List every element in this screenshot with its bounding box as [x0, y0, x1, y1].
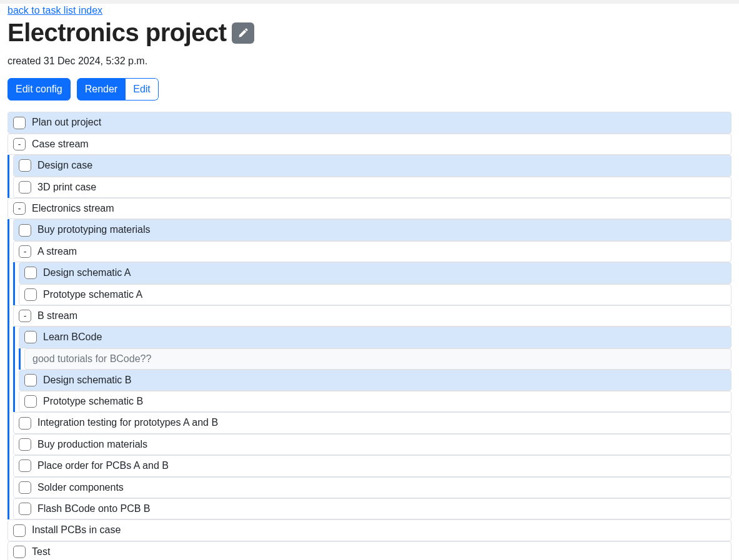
task-row: A stream	[13, 241, 732, 262]
note-text: good tutorials for BCode??	[30, 353, 151, 365]
task-item: Buy prototyping materials	[13, 219, 732, 240]
task-checkbox[interactable]	[19, 224, 31, 237]
task-row: Prototype schematic A	[19, 284, 732, 305]
task-item: Learn BCodegood tutorials for BCode??	[19, 327, 732, 369]
view-mode-toggle: Render Edit	[77, 78, 159, 101]
task-checkbox[interactable]	[13, 117, 26, 129]
task-row: Learn BCode	[19, 327, 732, 348]
task-label: Prototype schematic A	[43, 288, 142, 302]
edit-tab[interactable]: Edit	[126, 78, 159, 101]
task-checkbox[interactable]	[19, 459, 31, 472]
task-row: Solder components	[13, 477, 732, 498]
stream-item: B streamLearn BCodegood tutorials for BC…	[13, 305, 732, 413]
task-row: Test	[7, 541, 732, 560]
stream-item: Case streamDesign case3D print case	[7, 134, 732, 198]
task-label: Solder components	[37, 481, 124, 494]
task-label: Test	[32, 545, 50, 559]
task-row: Prototype schematic B	[19, 391, 732, 412]
stream-item: A streamDesign schematic APrototype sche…	[13, 241, 732, 305]
task-item: Design schematic B	[19, 370, 732, 391]
task-item: Flash BCode onto PCB B	[13, 498, 732, 519]
back-link[interactable]: back to task list index	[7, 5, 102, 16]
task-row: Install PCBs in case	[7, 519, 732, 541]
task-row: Case stream	[7, 134, 732, 155]
task-item: Integration testing for prototypes A and…	[13, 412, 732, 433]
task-checkbox[interactable]	[24, 288, 37, 301]
task-label: Design schematic A	[43, 266, 131, 280]
task-label: Case stream	[32, 137, 89, 151]
note-item: good tutorials for BCode??	[24, 348, 732, 370]
task-label: B stream	[37, 309, 77, 323]
task-row: Integration testing for prototypes A and…	[13, 412, 732, 433]
task-item: Test	[7, 541, 732, 560]
task-label: Integration testing for prototypes A and…	[37, 416, 218, 430]
task-item: Solder components	[13, 477, 732, 498]
task-row: Plan out project	[7, 112, 732, 133]
task-label: Flash BCode onto PCB B	[37, 502, 151, 516]
task-label: Buy prototyping materials	[37, 223, 151, 237]
task-label: Design case	[37, 159, 92, 172]
collapse-toggle[interactable]	[19, 245, 31, 258]
task-checkbox[interactable]	[24, 395, 37, 408]
task-row: Design schematic A	[19, 262, 732, 283]
task-checkbox[interactable]	[19, 503, 31, 515]
render-tab[interactable]: Render	[77, 78, 126, 101]
created-timestamp: created 31 Dec 2024, 5:32 p.m.	[7, 56, 732, 67]
task-checkbox[interactable]	[19, 181, 31, 194]
task-row: Flash BCode onto PCB B	[13, 498, 732, 519]
task-label: Buy production materials	[37, 438, 147, 451]
task-checkbox[interactable]	[24, 374, 37, 386]
action-buttons: Edit config Render Edit	[7, 78, 732, 101]
task-label: Place order for PCBs A and B	[37, 459, 169, 473]
task-item: Design case	[13, 155, 732, 176]
task-checkbox[interactable]	[24, 267, 37, 279]
task-row: 3D print case	[13, 177, 732, 198]
task-item: Place order for PCBs A and B	[13, 455, 732, 476]
task-label: A stream	[37, 245, 77, 258]
task-checkbox[interactable]	[19, 438, 31, 451]
task-row: Design schematic B	[19, 370, 732, 391]
task-row: Place order for PCBs A and B	[13, 455, 732, 476]
task-row: Buy production materials	[13, 434, 732, 455]
task-checkbox[interactable]	[13, 546, 26, 558]
stream-item: Electronics streamBuy prototyping materi…	[7, 198, 732, 519]
collapse-toggle[interactable]	[13, 202, 26, 215]
task-label: Plan out project	[32, 115, 101, 129]
edit-config-button[interactable]: Edit config	[7, 78, 71, 101]
task-tree: Plan out projectCase streamDesign case3D…	[7, 112, 732, 560]
collapse-toggle[interactable]	[19, 310, 31, 322]
task-checkbox[interactable]	[19, 159, 31, 172]
task-label: Electronics stream	[32, 202, 114, 215]
task-checkbox[interactable]	[24, 331, 37, 343]
edit-title-button[interactable]	[232, 22, 254, 44]
task-item: Prototype schematic A	[19, 284, 732, 305]
task-label: Prototype schematic B	[43, 395, 143, 408]
task-item: Install PCBs in case	[7, 519, 732, 541]
task-label: Install PCBs in case	[32, 523, 121, 537]
task-item: Prototype schematic B	[19, 391, 732, 412]
task-checkbox[interactable]	[19, 481, 31, 494]
task-row: good tutorials for BCode??	[24, 348, 732, 370]
task-item: 3D print case	[13, 177, 732, 198]
task-checkbox[interactable]	[19, 417, 31, 430]
task-label: 3D print case	[37, 180, 96, 194]
task-item: Buy production materials	[13, 434, 732, 455]
pencil-icon	[238, 28, 248, 38]
page-title: Electronics project	[7, 19, 227, 47]
collapse-toggle[interactable]	[13, 138, 26, 150]
task-row: Buy prototyping materials	[13, 219, 732, 240]
task-checkbox[interactable]	[13, 524, 26, 537]
task-item: Design schematic A	[19, 262, 732, 283]
task-label: Learn BCode	[43, 330, 102, 344]
task-row: Electronics stream	[7, 198, 732, 219]
task-item: Plan out project	[7, 112, 732, 133]
task-label: Design schematic B	[43, 373, 131, 387]
task-row: Design case	[13, 155, 732, 176]
task-row: B stream	[13, 305, 732, 327]
